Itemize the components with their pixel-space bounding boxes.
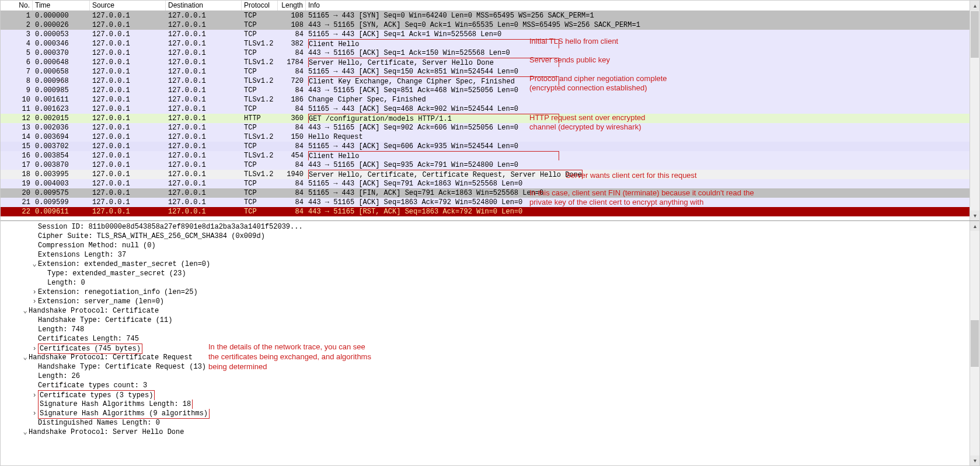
packet-row[interactable]: 220.009611127.0.0.1127.0.0.1TCP84443 → 5… (1, 207, 979, 216)
col-header-proto[interactable]: Protocol (242, 1, 278, 10)
col-header-src[interactable]: Source (90, 1, 166, 10)
tree-text: Extension: renegotiation_info (len=25) (38, 288, 198, 296)
cell-no: 22 (1, 207, 33, 216)
packet-row[interactable]: 90.000985127.0.0.1127.0.0.1TCP84443 → 51… (1, 86, 979, 95)
packet-row[interactable]: 10.000000127.0.0.1127.0.0.1TCP10851165 →… (1, 11, 979, 20)
expand-toggle-icon[interactable]: › (31, 391, 38, 400)
expand-toggle-icon[interactable]: › (31, 288, 38, 297)
packet-row[interactable]: 140.003694127.0.0.1127.0.0.1TLSv1.2150He… (1, 132, 979, 142)
tree-line[interactable]: ⌄Extension: extended_master_secret (len=… (1, 260, 979, 269)
packet-row[interactable]: 60.000648127.0.0.1127.0.0.1TLSv1.21784Se… (1, 58, 979, 67)
tree-line[interactable]: ⌄Handshake Protocol: Certificate Request (1, 353, 979, 362)
scroll-up-button[interactable]: ▴ (970, 221, 979, 231)
tree-line[interactable]: Certificate types count: 3 (1, 381, 979, 390)
tree-line[interactable]: Length: 748 (1, 325, 979, 334)
expand-toggle-icon[interactable]: ⌄ (31, 260, 38, 269)
cell-src: 127.0.0.1 (90, 170, 166, 179)
packet-row[interactable]: 30.000053127.0.0.1127.0.0.1TCP8451165 → … (1, 30, 979, 39)
tree-text: Extension: extended_master_secret (len=0… (38, 260, 210, 268)
cell-dst: 127.0.0.1 (166, 67, 242, 76)
tree-line[interactable]: Certificates Length: 745 (1, 334, 979, 344)
tree-line[interactable]: ›Extension: renegotiation_info (len=25) (1, 288, 979, 297)
highlighted-info: GET /configuration/models HTTP/1.1 (308, 114, 559, 123)
scroll-down-button[interactable]: ▾ (970, 456, 979, 465)
col-header-no[interactable]: No. (1, 1, 33, 10)
tree-line[interactable]: ›Signature Hash Algorithms (9 algorithms… (1, 409, 979, 418)
scroll-up-button[interactable]: ▴ (970, 1, 979, 10)
tree-line[interactable]: Type: extended_master_secret (23) (1, 269, 979, 278)
packet-row[interactable]: 20.000026127.0.0.1127.0.0.1TCP108443 → 5… (1, 20, 979, 30)
packet-row[interactable]: 40.000346127.0.0.1127.0.0.1TLSv1.2382Cli… (1, 39, 979, 48)
tree-line[interactable]: Length: 26 (1, 372, 979, 381)
cell-len: 186 (278, 95, 306, 104)
packet-row[interactable]: 210.009599127.0.0.1127.0.0.1TCP84443 → 5… (1, 198, 979, 207)
packet-row[interactable]: 130.002036127.0.0.1127.0.0.1TCP84443 → 5… (1, 123, 979, 132)
tree-line[interactable]: Extensions Length: 37 (1, 250, 979, 260)
tree-line[interactable]: Session ID: 811b0000e8d543858a27ef8901e8… (1, 222, 979, 232)
packet-row[interactable]: 80.000968127.0.0.1127.0.0.1TLSv1.2720Cli… (1, 76, 979, 86)
tree-line[interactable]: Cipher Suite: TLS_RSA_WITH_AES_256_GCM_S… (1, 232, 979, 241)
packet-list-body[interactable]: 10.000000127.0.0.1127.0.0.1TCP10851165 →… (1, 11, 979, 216)
cell-src: 127.0.0.1 (90, 58, 166, 67)
scroll-thumb[interactable] (971, 320, 979, 367)
cell-time: 0.000968 (33, 76, 90, 86)
expand-toggle-icon[interactable]: ⌄ (22, 428, 29, 437)
packet-row[interactable]: 190.004003127.0.0.1127.0.0.1TCP8451165 →… (1, 179, 979, 188)
cell-no: 5 (1, 48, 33, 58)
packet-details-tree[interactable]: Session ID: 811b0000e8d543858a27ef8901e8… (1, 221, 979, 437)
packet-row[interactable]: 150.003702127.0.0.1127.0.0.1TCP8451165 →… (1, 142, 979, 151)
cell-info: 443 → 51165 [ACK] Seq=902 Ack=606 Win=52… (306, 123, 979, 132)
tree-line[interactable]: Distinguished Names Length: 0 (1, 418, 979, 428)
cell-info: Client Hello (306, 39, 979, 48)
cell-dst: 127.0.0.1 (166, 160, 242, 170)
cell-proto: TCP (242, 86, 278, 95)
cell-src: 127.0.0.1 (90, 132, 166, 142)
cell-src: 127.0.0.1 (90, 151, 166, 160)
packet-row[interactable]: 120.002015127.0.0.1127.0.0.1HTTP360GET /… (1, 114, 979, 123)
tree-line[interactable]: Compression Method: null (0) (1, 241, 979, 250)
packet-row[interactable]: 180.003995127.0.0.1127.0.0.1TLSv1.21940S… (1, 170, 979, 179)
col-header-time[interactable]: Time (33, 1, 90, 10)
expand-toggle-icon[interactable]: › (31, 344, 38, 353)
tree-text: Handshake Type: Certificate Request (13) (38, 363, 206, 371)
packet-row[interactable]: 160.003854127.0.0.1127.0.0.1TLSv1.2454Cl… (1, 151, 979, 160)
packet-row[interactable]: 70.000658127.0.0.1127.0.0.1TCP8451165 → … (1, 67, 979, 76)
packet-row[interactable]: 200.009575127.0.0.1127.0.0.1TCP8451165 →… (1, 188, 979, 198)
packet-row[interactable]: 50.000370127.0.0.1127.0.0.1TCP84443 → 51… (1, 48, 979, 58)
tree-line[interactable]: Length: 0 (1, 278, 979, 288)
tree-line[interactable]: Signature Hash Algorithms Length: 18 (1, 400, 979, 409)
packet-row[interactable]: 170.003870127.0.0.1127.0.0.1TCP84443 → 5… (1, 160, 979, 170)
cell-no: 10 (1, 95, 33, 104)
col-header-len[interactable]: Length (278, 1, 306, 10)
tree-line[interactable]: ⌄Handshake Protocol: Server Hello Done (1, 428, 979, 437)
tree-line[interactable]: ›Certificates (745 bytes) (1, 344, 979, 353)
col-header-info[interactable]: Info (306, 1, 979, 10)
tree-text: Compression Method: null (0) (38, 241, 156, 250)
col-header-dst[interactable]: Destination (166, 1, 242, 10)
packet-row[interactable]: 110.001623127.0.0.1127.0.0.1TCP8451165 →… (1, 104, 979, 114)
details-vscrollbar[interactable]: ▴ ▾ (969, 221, 979, 465)
expand-toggle-icon[interactable]: ⌄ (22, 306, 29, 316)
tree-line[interactable]: Handshake Type: Certificate Request (13) (1, 362, 979, 372)
cell-no: 13 (1, 123, 33, 132)
scroll-thumb[interactable] (971, 11, 979, 58)
cell-dst: 127.0.0.1 (166, 179, 242, 188)
tree-line[interactable]: ›Certificate types (3 types) (1, 390, 979, 400)
expand-toggle-icon[interactable]: › (31, 409, 38, 418)
scroll-down-button[interactable]: ▾ (970, 211, 979, 220)
expand-toggle-icon[interactable]: › (31, 297, 38, 306)
cell-dst: 127.0.0.1 (166, 86, 242, 95)
expand-toggle-icon[interactable]: ⌄ (22, 353, 29, 362)
packet-row[interactable]: 100.001611127.0.0.1127.0.0.1TLSv1.2186Ch… (1, 95, 979, 104)
tree-line[interactable]: ⌄Handshake Protocol: Certificate (1, 306, 979, 316)
cell-info: 51165 → 443 [SYN] Seq=0 Win=64240 Len=0 … (306, 11, 979, 20)
tree-line[interactable]: ›Extension: server_name (len=0) (1, 297, 979, 306)
cell-len: 84 (278, 67, 306, 76)
cell-info: Hello Request (306, 132, 979, 142)
annotation-text: Initial TLS hello from client (529, 37, 618, 45)
tree-line[interactable]: Handshake Type: Certificate (11) (1, 316, 979, 325)
cell-len: 108 (278, 11, 306, 20)
packet-list-vscrollbar[interactable]: ▴ ▾ (969, 1, 979, 220)
cell-proto: TCP (242, 198, 278, 207)
annotation-text: Server wants client cert for this reques… (566, 171, 697, 180)
